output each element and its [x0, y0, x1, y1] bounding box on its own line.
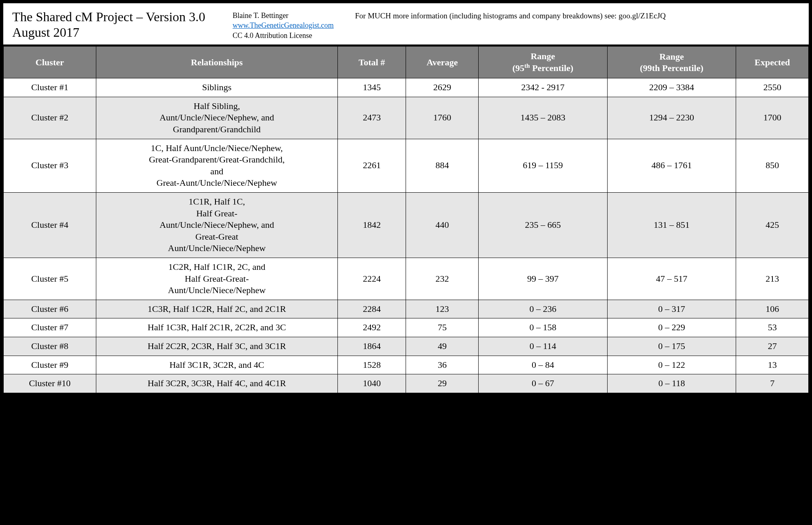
cell-range-99: 486 – 1761 — [607, 139, 736, 192]
cell-relationships: Half 2C2R, 2C3R, Half 3C, and 3C1R — [96, 337, 337, 356]
cell-total: 1864 — [337, 337, 406, 356]
cell-relationships: Half 3C2R, 3C3R, Half 4C, and 4C1R — [96, 374, 337, 393]
cell-cluster: Cluster #3 — [4, 139, 96, 192]
col-expected: Expected — [736, 46, 809, 78]
cell-total: 1040 — [337, 374, 406, 393]
table-row: Cluster #10Half 3C2R, 3C3R, Half 4C, and… — [4, 374, 809, 393]
cell-range-95: 0 – 67 — [479, 374, 608, 393]
cell-cluster: Cluster #6 — [4, 300, 96, 318]
cell-average: 2629 — [406, 78, 479, 97]
cell-expected: 53 — [736, 318, 809, 337]
title-line-2: August 2017 — [12, 24, 224, 40]
cell-expected: 425 — [736, 192, 809, 258]
col-range-95: Range (95th Percentile) — [479, 46, 608, 78]
cell-total: 2261 — [337, 139, 406, 192]
cell-range-99: 0 – 175 — [607, 337, 736, 356]
author-name: Blaine T. Bettinger — [233, 11, 347, 20]
cell-relationships: 1C2R, Half 1C1R, 2C, andHalf Great-Great… — [96, 258, 337, 300]
table-row: Cluster #8Half 2C2R, 2C3R, Half 3C, and … — [4, 337, 809, 356]
cell-range-95: 0 – 236 — [479, 300, 608, 318]
license-text: CC 4.0 Attribution License — [233, 31, 347, 40]
cell-relationships: 1C1R, Half 1C,Half Great-Aunt/Uncle/Niec… — [96, 192, 337, 258]
info-text: For MUCH more information (including his… — [355, 11, 800, 22]
table-row: Cluster #2Half Sibling,Aunt/Uncle/Niece/… — [4, 97, 809, 139]
cell-total: 2492 — [337, 318, 406, 337]
cell-cluster: Cluster #9 — [4, 356, 96, 374]
cell-average: 36 — [406, 356, 479, 374]
cell-range-99: 0 – 317 — [607, 300, 736, 318]
cell-range-99: 131 – 851 — [607, 192, 736, 258]
cell-expected: 27 — [736, 337, 809, 356]
cluster-table: Cluster Relationships Total # Average Ra… — [3, 46, 809, 393]
col-average: Average — [406, 46, 479, 78]
cell-expected: 850 — [736, 139, 809, 192]
table-row: Cluster #31C, Half Aunt/Uncle/Niece/Neph… — [4, 139, 809, 192]
cell-range-95: 235 – 665 — [479, 192, 608, 258]
cell-total: 2284 — [337, 300, 406, 318]
col-range-99: Range (99th Percentile) — [607, 46, 736, 78]
cell-total: 1345 — [337, 78, 406, 97]
cell-relationships: Half Sibling,Aunt/Uncle/Niece/Nephew, an… — [96, 97, 337, 139]
cell-range-95: 0 – 114 — [479, 337, 608, 356]
cell-expected: 106 — [736, 300, 809, 318]
cell-range-99: 2209 – 3384 — [607, 78, 736, 97]
title-line-1: The Shared cM Project – Version 3.0 — [12, 9, 224, 24]
cell-relationships: 1C3R, Half 1C2R, Half 2C, and 2C1R — [96, 300, 337, 318]
col-relationships: Relationships — [96, 46, 337, 78]
cell-range-95: 0 – 84 — [479, 356, 608, 374]
cell-relationships: Half 1C3R, Half 2C1R, 2C2R, and 3C — [96, 318, 337, 337]
info-block: For MUCH more information (including his… — [355, 9, 800, 40]
cell-average: 49 — [406, 337, 479, 356]
author-url[interactable]: www.TheGeneticGenealogist.com — [233, 21, 334, 29]
cell-cluster: Cluster #7 — [4, 318, 96, 337]
cell-range-99: 0 – 229 — [607, 318, 736, 337]
cell-total: 2473 — [337, 97, 406, 139]
cell-range-99: 0 – 118 — [607, 374, 736, 393]
cell-average: 1760 — [406, 97, 479, 139]
cell-expected: 1700 — [736, 97, 809, 139]
cell-cluster: Cluster #1 — [4, 78, 96, 97]
cell-average: 123 — [406, 300, 479, 318]
cell-range-95: 2342 - 2917 — [479, 78, 608, 97]
cell-expected: 7 — [736, 374, 809, 393]
cell-range-95: 0 – 158 — [479, 318, 608, 337]
col-total: Total # — [337, 46, 406, 78]
title-block: The Shared cM Project – Version 3.0 Augu… — [12, 9, 224, 40]
cell-relationships: Siblings — [96, 78, 337, 97]
document-page: The Shared cM Project – Version 3.0 Augu… — [3, 3, 809, 393]
table-row: Cluster #41C1R, Half 1C,Half Great-Aunt/… — [4, 192, 809, 258]
cell-total: 1842 — [337, 192, 406, 258]
table-row: Cluster #9Half 3C1R, 3C2R, and 4C1528360… — [4, 356, 809, 374]
cell-average: 884 — [406, 139, 479, 192]
cell-range-95: 99 – 397 — [479, 258, 608, 300]
author-block: Blaine T. Bettinger www.TheGeneticGeneal… — [233, 9, 347, 40]
cell-cluster: Cluster #8 — [4, 337, 96, 356]
table-row: Cluster #7Half 1C3R, Half 2C1R, 2C2R, an… — [4, 318, 809, 337]
cell-total: 2224 — [337, 258, 406, 300]
cell-range-99: 0 – 122 — [607, 356, 736, 374]
cell-range-99: 1294 – 2230 — [607, 97, 736, 139]
cell-expected: 213 — [736, 258, 809, 300]
table-row: Cluster #61C3R, Half 1C2R, Half 2C, and … — [4, 300, 809, 318]
cell-cluster: Cluster #2 — [4, 97, 96, 139]
cell-average: 29 — [406, 374, 479, 393]
cell-range-99: 47 – 517 — [607, 258, 736, 300]
cell-total: 1528 — [337, 356, 406, 374]
cell-cluster: Cluster #5 — [4, 258, 96, 300]
cell-average: 440 — [406, 192, 479, 258]
col-cluster: Cluster — [4, 46, 96, 78]
cell-range-95: 619 – 1159 — [479, 139, 608, 192]
table-row: Cluster #51C2R, Half 1C1R, 2C, andHalf G… — [4, 258, 809, 300]
cell-expected: 2550 — [736, 78, 809, 97]
cell-cluster: Cluster #4 — [4, 192, 96, 258]
cell-relationships: 1C, Half Aunt/Uncle/Niece/Nephew,Great-G… — [96, 139, 337, 192]
table-header-row: Cluster Relationships Total # Average Ra… — [4, 46, 809, 78]
table-row: Cluster #1Siblings134526292342 - 2917220… — [4, 78, 809, 97]
cell-relationships: Half 3C1R, 3C2R, and 4C — [96, 356, 337, 374]
cell-expected: 13 — [736, 356, 809, 374]
document-header: The Shared cM Project – Version 3.0 Augu… — [3, 3, 809, 46]
cell-average: 75 — [406, 318, 479, 337]
cell-range-95: 1435 – 2083 — [479, 97, 608, 139]
cell-average: 232 — [406, 258, 479, 300]
cell-cluster: Cluster #10 — [4, 374, 96, 393]
